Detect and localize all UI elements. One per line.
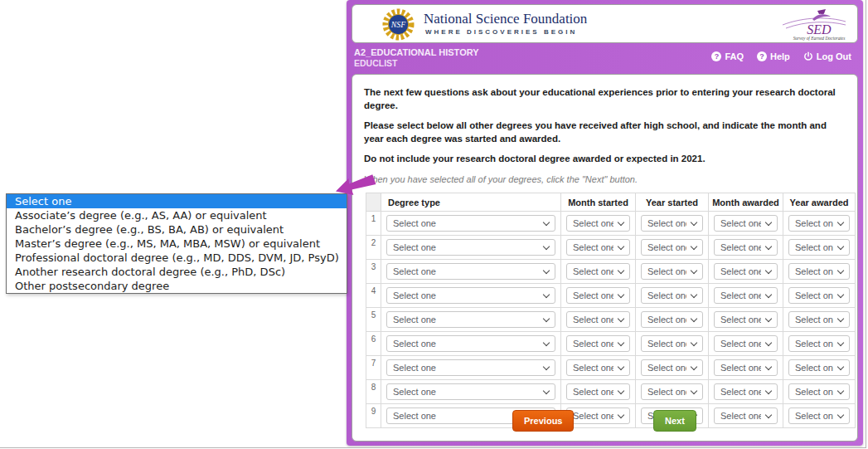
month-awarded-select[interactable]: Select one [714,311,778,328]
year-awarded-select[interactable]: Select one [788,263,850,280]
month-started-select[interactable]: Select one [566,287,630,304]
chevron-down-icon [691,219,697,226]
month-awarded-select[interactable]: Select one [714,335,778,352]
year-started-select[interactable]: Select one [641,359,703,376]
month-awarded-select[interactable]: Select one [714,408,778,424]
chevron-down-icon [618,243,624,250]
chevron-down-icon [618,339,624,346]
dropdown-option[interactable]: Bachelor’s degree (e.g., BS, BA, AB) or … [7,222,347,237]
year-started-select[interactable]: Select one [641,239,703,256]
cell-year-started: Select one [636,212,709,236]
table-row: 3Select oneSelect oneSelect oneSelect on… [366,260,856,284]
chevron-down-icon [618,388,624,394]
dropdown-option[interactable]: Other postsecondary degree [7,279,347,293]
degree-type-select[interactable]: Select one [386,383,555,400]
row-number: 1 [366,212,381,236]
month-started-select[interactable]: Select one [566,239,630,256]
chevron-down-icon [691,339,697,346]
previous-button[interactable]: Previous [512,410,574,432]
cell-month-awarded: Select one [709,380,783,404]
chevron-down-icon [543,388,550,394]
nav-link-faq[interactable]: ?FAQ [711,51,744,61]
cell-month-started: Select one [561,260,636,284]
select-value: Select one [573,339,613,349]
select-value: Select one [573,387,613,397]
table-header-row: Degree typeMonth startedYear startedMont… [366,193,856,212]
month-started-select[interactable]: Select one [566,359,630,376]
degree-type-select[interactable]: Select one [386,215,555,232]
year-started-select[interactable]: Select one [641,311,703,328]
year-started-select[interactable]: Select one [641,287,703,304]
select-value: Select one [393,218,436,228]
next-button[interactable]: Next [653,410,696,432]
degree-type-select[interactable]: Select one [386,359,555,376]
content-panel: The next few questions ask about your ed… [352,74,858,442]
chevron-down-icon [765,243,772,250]
dropdown-option[interactable]: Associate’s degree (e.g., AS, AA) or equ… [7,208,347,222]
table-row: 4Select oneSelect oneSelect oneSelect on… [366,284,856,308]
year-awarded-select[interactable]: Select one [788,215,850,232]
chevron-down-icon [765,412,772,418]
nav-link-logout[interactable]: Log Out [803,51,851,61]
cell-year-started: Select one [636,308,709,332]
chevron-down-icon [543,219,550,226]
row-number: 3 [366,260,381,284]
month-started-select[interactable]: Select one [566,383,630,400]
year-awarded-select[interactable]: Select one [788,311,850,328]
cell-month-awarded: Select one [709,212,783,236]
degree-type-select[interactable]: Select one [386,263,555,280]
brand-header: NSF National Science Foundation WHERE DI… [352,4,858,43]
year-awarded-select[interactable]: Select one [788,383,850,400]
cell-degree-type: Select one [381,356,561,380]
chevron-down-icon [837,315,844,322]
month-awarded-select[interactable]: Select one [714,383,778,400]
year-started-select[interactable]: Select one [641,335,703,352]
year-awarded-select[interactable]: Select one [788,408,850,424]
month-started-select[interactable]: Select one [566,311,630,328]
month-started-select[interactable]: Select one [566,215,630,232]
month-started-select[interactable]: Select one [566,408,630,424]
month-awarded-select[interactable]: Select one [714,359,778,376]
cell-month-started: Select one [561,356,636,380]
year-awarded-select[interactable]: Select one [788,239,850,256]
dropdown-option[interactable]: Professional doctoral degree (e.g., MD, … [7,251,347,265]
year-awarded-select[interactable]: Select one [788,359,850,376]
degree-type-select[interactable]: Select one [386,335,555,352]
dropdown-option[interactable]: Master’s degree (e.g., MS, MA, MBA, MSW)… [7,237,347,251]
select-value: Select one [795,266,833,276]
power-icon [803,51,813,61]
org-tagline: WHERE DISCOVERIES BEGIN [425,28,577,36]
year-started-select[interactable]: Select one [641,263,703,280]
degree-type-select[interactable]: Select one [386,239,555,256]
month-awarded-select[interactable]: Select one [714,263,778,280]
select-value: Select one [573,218,613,228]
select-value: Select one [720,218,761,228]
year-awarded-select[interactable]: Select one [788,335,850,352]
cell-degree-type: Select one [381,236,561,260]
degree-type-select[interactable]: Select one [386,311,555,328]
month-awarded-select[interactable]: Select one [714,215,778,232]
chevron-down-icon [618,364,624,370]
degree-type-open-dropdown[interactable]: Select oneAssociate’s degree (e.g., AS, … [6,193,347,294]
dropdown-option[interactable]: Another research doctoral degree (e.g., … [7,265,347,279]
month-started-select[interactable]: Select one [566,335,630,352]
month-awarded-select[interactable]: Select one [714,239,778,256]
chevron-down-icon [691,267,697,274]
year-started-select[interactable]: Select one [641,215,703,232]
chevron-down-icon [543,364,550,370]
year-started-select[interactable]: Select one [641,383,703,400]
select-value: Select one [795,411,833,421]
degree-type-select[interactable]: Select one [386,287,555,304]
month-awarded-select[interactable]: Select one [714,287,778,304]
select-value: Select one [720,242,761,252]
select-value: Select one [795,339,833,349]
select-value: Select one [573,411,613,421]
chevron-down-icon [837,219,844,226]
question-icon: ? [757,51,767,61]
select-value: Select one [720,339,761,349]
year-awarded-select[interactable]: Select one [788,287,850,304]
nav-link-help[interactable]: ?Help [757,51,790,61]
month-started-select[interactable]: Select one [566,263,630,280]
dropdown-option[interactable]: Select one [7,194,347,208]
chevron-down-icon [691,388,697,394]
